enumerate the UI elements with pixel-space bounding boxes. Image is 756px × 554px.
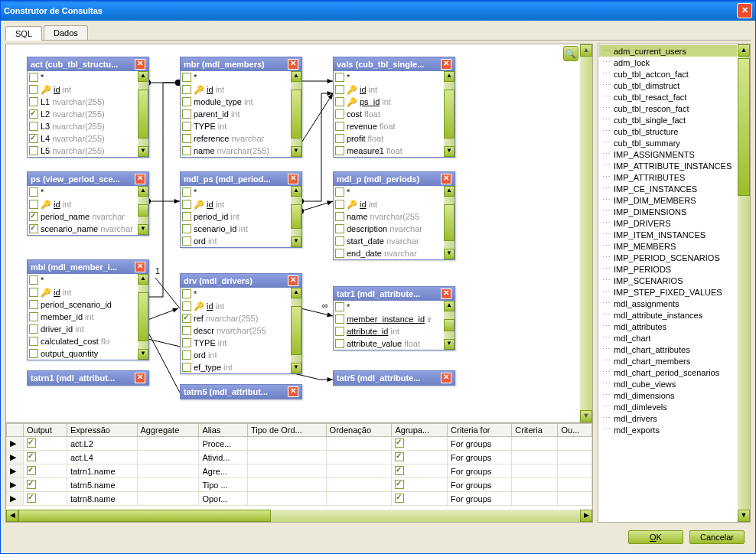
tree-item-mdl_chart[interactable]: ⋯mdl_chart xyxy=(599,332,737,344)
field-checkbox[interactable] xyxy=(29,73,38,82)
entity-vals[interactable]: vals (cub_tbl_single...✕* 🔑id int🔑ps_id … xyxy=(333,57,455,158)
field-attribute_id[interactable]: attribute_id int xyxy=(334,325,444,337)
entity-act[interactable]: act (cub_tbl_structu...✕* 🔑id intL1 nvar… xyxy=(27,57,149,158)
scroll-up-icon[interactable]: ▲ xyxy=(444,71,455,82)
field-checkbox[interactable] xyxy=(335,187,344,197)
field-*[interactable]: * xyxy=(334,301,444,313)
grid-header[interactable]: Ou... xyxy=(558,424,592,437)
field-*[interactable]: * xyxy=(28,274,138,286)
tree-item-mdl_attributes[interactable]: ⋯mdl_attributes xyxy=(599,321,737,332)
entity-close-icon[interactable]: ✕ xyxy=(135,262,145,272)
scroll-up-icon[interactable]: ▲ xyxy=(580,44,592,57)
field-checkbox[interactable] xyxy=(182,301,191,311)
grid-header[interactable]: Output xyxy=(24,424,67,437)
field-description[interactable]: description nvarchar xyxy=(334,223,444,235)
field-period_name[interactable]: period_name nvarchar xyxy=(28,210,138,223)
tree-item-cub_tbl_resact_fact[interactable]: ⋯cub_tbl_resact_fact xyxy=(599,91,737,103)
scroll-down-icon[interactable]: ▼ xyxy=(138,349,148,360)
grid-row[interactable]: ▶tatrn1.nameAgre...For groups xyxy=(7,464,592,478)
critfor-cell[interactable]: For groups xyxy=(448,464,512,478)
field-checkbox[interactable] xyxy=(182,224,191,233)
agg-cell[interactable] xyxy=(137,437,199,451)
cancel-button[interactable]: Cancelar xyxy=(689,530,745,544)
field-checkbox[interactable] xyxy=(182,122,191,131)
scroll-thumb[interactable] xyxy=(18,510,271,522)
scroll-up-icon[interactable]: ▲ xyxy=(291,288,301,298)
field-period_id[interactable]: period_id int xyxy=(181,210,291,223)
row-selector[interactable]: ▶ xyxy=(7,437,24,451)
field-*[interactable]: * xyxy=(28,71,138,83)
tree-item-IMP_PERIOD_SCENARIOS[interactable]: ⋯IMP_PERIOD_SCENARIOS xyxy=(599,252,737,263)
grid-row[interactable]: ▶tatrn5.nameTipo ...For groups xyxy=(7,478,592,492)
field-checkbox[interactable] xyxy=(182,85,191,94)
tree-item-mdl_exports[interactable]: ⋯mdl_exports xyxy=(599,424,737,435)
field-checkbox[interactable] xyxy=(335,339,344,348)
field-*[interactable]: * xyxy=(334,186,444,198)
crit-cell[interactable] xyxy=(512,478,558,492)
group-cell[interactable] xyxy=(392,478,448,492)
sorttype-cell[interactable] xyxy=(247,437,326,451)
scroll-down-icon[interactable]: ▼ xyxy=(580,410,592,422)
field-checkbox[interactable] xyxy=(182,212,191,221)
output-cell[interactable] xyxy=(24,492,67,506)
field-id[interactable]: 🔑id int xyxy=(334,83,444,96)
field-checkbox[interactable] xyxy=(182,134,191,143)
entity-mdl_p[interactable]: mdl_p (mdl_periods)✕* 🔑id intname nvarch… xyxy=(333,171,455,260)
sorttype-cell[interactable] xyxy=(247,451,326,464)
scroll-down-icon[interactable]: ▼ xyxy=(291,236,301,247)
field-L1[interactable]: L1 nvarchar(255) xyxy=(28,96,138,108)
entity-close-icon[interactable]: ✕ xyxy=(288,174,298,184)
field-checkbox[interactable] xyxy=(335,122,344,131)
sort-cell[interactable] xyxy=(326,451,392,464)
tree-item-cub_tbl_actcon_fact[interactable]: ⋯cub_tbl_actcon_fact xyxy=(599,68,737,80)
grid-header[interactable]: Alias xyxy=(199,424,248,437)
field-checkbox[interactable] xyxy=(182,146,191,155)
scroll-thumb[interactable] xyxy=(291,306,301,355)
field-parent_id[interactable]: parent_id int xyxy=(181,108,291,120)
entity-close-icon[interactable]: ✕ xyxy=(288,59,298,70)
field-calculated_cost[interactable]: calculated_cost flo xyxy=(28,335,138,347)
field-checkbox[interactable] xyxy=(182,350,191,360)
entity-close-icon[interactable]: ✕ xyxy=(135,174,145,184)
output-cell[interactable] xyxy=(24,478,67,492)
entity-scrollbar[interactable]: ▲▼ xyxy=(138,274,148,360)
entity-close-icon[interactable]: ✕ xyxy=(441,59,451,70)
designer-vertical-scrollbar[interactable]: ▲ ▼ xyxy=(580,44,592,422)
scroll-thumb[interactable] xyxy=(138,90,148,138)
field-measure1[interactable]: measure1 float xyxy=(334,145,444,157)
expr-cell[interactable]: tatrn8.name xyxy=(67,492,137,506)
field-checkbox[interactable] xyxy=(335,212,344,221)
tree-item-cub_tbl_dimstruct[interactable]: ⋯cub_tbl_dimstruct xyxy=(599,80,737,91)
entity-drv[interactable]: drv (mdl_drivers)✕* 🔑id intref nvarchar(… xyxy=(180,273,302,374)
tree-item-cub_tbl_rescon_fact[interactable]: ⋯cub_tbl_rescon_fact xyxy=(599,103,737,114)
field-checkbox[interactable] xyxy=(182,314,191,323)
or-cell[interactable] xyxy=(558,478,592,492)
tab-dados[interactable]: Dados xyxy=(44,25,88,40)
scroll-up-icon[interactable]: ▲ xyxy=(444,301,455,311)
group-cell[interactable] xyxy=(392,451,448,464)
field-checkbox[interactable] xyxy=(182,326,191,335)
field-checkbox[interactable] xyxy=(29,122,38,131)
scroll-right-icon[interactable]: ▶ xyxy=(580,510,592,522)
entity-header[interactable]: mdl_p (mdl_periods)✕ xyxy=(334,172,455,186)
field-descr[interactable]: descr nvarchar(255 xyxy=(181,324,291,337)
crit-cell[interactable] xyxy=(512,492,558,506)
agg-cell[interactable] xyxy=(137,478,199,492)
field-checkbox[interactable] xyxy=(29,224,38,233)
tree-item-IMP_STEP_FIXED_VALUES[interactable]: ⋯IMP_STEP_FIXED_VALUES xyxy=(599,286,737,298)
field-output_quantity[interactable]: output_quantity xyxy=(28,347,138,360)
entity-scrollbar[interactable]: ▲▼ xyxy=(444,71,455,157)
field-checkbox[interactable] xyxy=(335,97,344,106)
tree-item-mdl_drivers[interactable]: ⋯mdl_drivers xyxy=(599,412,737,424)
crit-cell[interactable] xyxy=(512,451,558,464)
sort-cell[interactable] xyxy=(326,464,392,478)
field-cost[interactable]: cost float xyxy=(334,108,444,120)
tables-tree[interactable]: ⋯adm_current_users⋯adm_lock⋯cub_tbl_actc… xyxy=(598,44,738,522)
grid-horizontal-scrollbar[interactable]: ◀ ▶ xyxy=(6,510,592,522)
scroll-left-icon[interactable]: ◀ xyxy=(6,510,18,522)
field-checkbox[interactable] xyxy=(335,200,344,209)
field-ps_id[interactable]: 🔑ps_id int xyxy=(334,96,444,108)
grid-row[interactable]: ▶act.L2Proce...For groups xyxy=(7,437,592,451)
tree-item-IMP_DRIVERS[interactable]: ⋯IMP_DRIVERS xyxy=(599,217,737,229)
grid-header[interactable]: Ordenação xyxy=(326,424,392,437)
